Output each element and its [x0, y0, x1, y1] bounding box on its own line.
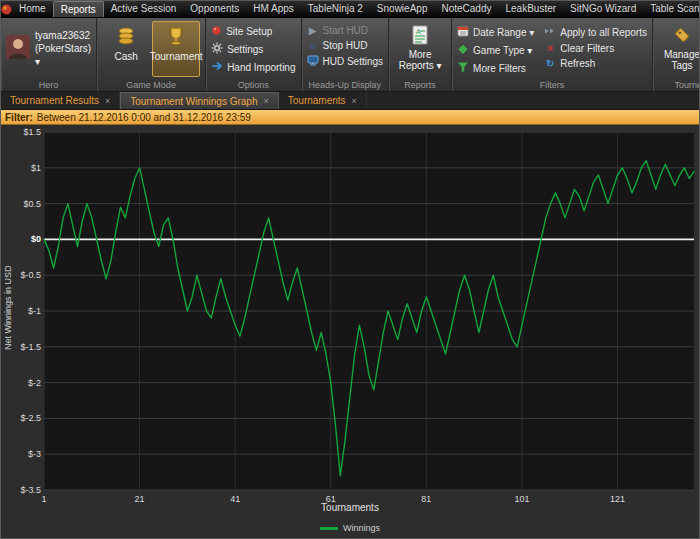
menu-tab-tableninja[interactable]: TableNinja 2: [301, 1, 370, 17]
tab-tournament-results-label: Tournament Results: [10, 95, 99, 106]
svg-text:$-2.5: $-2.5: [20, 413, 41, 423]
filter-bar-prefix: Filter:: [5, 112, 33, 123]
ribbon-group-hero: tyama23632 (PokerStars) ▾ Hero: [1, 18, 97, 91]
winnings-line-chart: 121416181101121$1.5$1$0.5$0$-0.5$-1$-1.5…: [1, 125, 700, 539]
svg-text:$1.5: $1.5: [23, 127, 41, 137]
more-filters-button[interactable]: More Filters: [457, 61, 534, 75]
close-tab-icon[interactable]: ×: [352, 96, 357, 106]
clear-filters-label: Clear Filters: [560, 43, 614, 54]
menu-tab-table-scanner[interactable]: Table Scanner: [643, 1, 700, 17]
ribbon-group-options: Site Setup Settings Hand Importing Optio…: [206, 18, 301, 91]
more-reports-label: More Reports ▾: [395, 49, 445, 71]
menu-tab-active-session[interactable]: Active Session: [104, 1, 184, 17]
tournament-mode-button[interactable]: Tournament: [152, 21, 200, 77]
tournament-mode-label: Tournament: [150, 51, 203, 62]
menu-tab-notecaddy[interactable]: NoteCaddy: [434, 1, 498, 17]
close-tab-icon[interactable]: ×: [105, 96, 110, 106]
gear-icon: [211, 42, 223, 56]
tab-tournament-winnings-graph[interactable]: Tournament Winnings Graph ×: [120, 92, 279, 109]
clear-filters-icon: ×: [544, 44, 556, 54]
site-setup-button[interactable]: Site Setup: [211, 25, 295, 38]
stop-hud-button[interactable]: ■ Stop HUD: [307, 40, 384, 51]
ribbon-group-filters: Date Range ▾ Game Type ▾ More Filters Ap…: [452, 18, 653, 91]
hand-importing-button[interactable]: Hand Importing: [211, 60, 295, 74]
menu-tab-sitngo-wizard[interactable]: SitNGo Wizard: [563, 1, 643, 17]
manage-tags-button[interactable]: Manage Tags: [658, 21, 700, 77]
refresh-icon: ↻: [544, 59, 556, 69]
menu-tab-leakbuster[interactable]: LeakBuster: [498, 1, 563, 17]
hero-player-name: tyama23632: [35, 29, 91, 42]
apply-all-reports-button[interactable]: Apply to all Reports: [544, 25, 647, 39]
menu-tab-hm-apps[interactable]: HM Apps: [246, 1, 301, 17]
ribbon: tyama23632 (PokerStars) ▾ Hero Cash Tour…: [1, 18, 699, 92]
settings-button[interactable]: Settings: [211, 42, 295, 56]
menu-tab-snowieapp[interactable]: SnowieApp: [370, 1, 435, 17]
svg-text:$-3: $-3: [28, 449, 41, 459]
start-hud-label: Start HUD: [323, 25, 369, 36]
calendar-icon: [457, 25, 469, 39]
close-tab-icon[interactable]: ×: [264, 96, 269, 106]
date-range-label: Date Range ▾: [473, 27, 534, 38]
svg-text:$0: $0: [31, 234, 41, 244]
group-caption-tagging: Tourney Tagging: [653, 80, 700, 90]
hero-selector[interactable]: tyama23632 (PokerStars) ▾: [6, 29, 91, 68]
filter-bar[interactable]: Filter: Between 21.12.2016 0:00 and 31.1…: [1, 110, 699, 125]
y-axis-title: Net Winnings in USD: [1, 125, 14, 490]
cash-coins-icon: [115, 25, 137, 49]
group-caption-game-mode: Game Mode: [97, 80, 205, 90]
stop-icon: ■: [307, 41, 319, 51]
hud-settings-button[interactable]: HUD Settings: [307, 55, 384, 68]
report-tab-strip: Tournament Results × Tournament Winnings…: [1, 92, 699, 110]
svg-text:$1: $1: [31, 163, 41, 173]
ribbon-group-hud: ▶ Start HUD ■ Stop HUD HUD Settings Head…: [302, 18, 390, 91]
group-caption-options: Options: [206, 80, 300, 90]
site-setup-label: Site Setup: [226, 26, 272, 37]
tab-tournaments[interactable]: Tournaments ×: [279, 92, 367, 109]
legend-swatch: [320, 527, 338, 530]
settings-label: Settings: [227, 44, 263, 55]
hero-site-name: (PokerStars) ▾: [35, 42, 91, 68]
hand-importing-label: Hand Importing: [227, 62, 295, 73]
svg-text:$0.5: $0.5: [23, 199, 41, 209]
apply-all-reports-label: Apply to all Reports: [560, 27, 647, 38]
ribbon-group-tagging: Manage Tags Filter for Tag Tourney Taggi…: [653, 18, 700, 91]
chart-legend: Winnings: [1, 523, 699, 533]
filter-bar-text: Between 21.12.2016 0:00 and 31.12.2016 2…: [37, 112, 251, 123]
tab-tournament-results[interactable]: Tournament Results ×: [1, 92, 120, 109]
game-type-button[interactable]: Game Type ▾: [457, 43, 534, 57]
hud-settings-icon: [307, 55, 319, 68]
menu-tab-reports[interactable]: Reports: [53, 1, 104, 17]
clear-filters-button[interactable]: × Clear Filters: [544, 43, 647, 54]
game-type-label: Game Type ▾: [473, 45, 532, 56]
menu-tab-home[interactable]: Home: [12, 1, 53, 17]
menu-tab-opponents[interactable]: Opponents: [183, 1, 246, 17]
cash-mode-label: Cash: [114, 51, 137, 62]
apply-all-icon: [544, 25, 556, 39]
svg-text:$-0.5: $-0.5: [20, 270, 41, 280]
group-caption-reports: Reports: [389, 80, 451, 90]
more-reports-button[interactable]: A More Reports ▾: [394, 21, 446, 77]
trophy-icon: [165, 25, 187, 49]
report-list-icon: A: [410, 25, 430, 47]
tab-tournaments-label: Tournaments: [288, 95, 346, 106]
svg-text:$-2: $-2: [28, 378, 41, 388]
x-axis-title: Tournaments: [1, 502, 699, 513]
app-logo-icon: [1, 1, 12, 17]
funnel-icon: [457, 61, 469, 75]
stop-hud-label: Stop HUD: [323, 40, 368, 51]
hud-settings-label: HUD Settings: [323, 56, 384, 67]
svg-text:$-3.5: $-3.5: [20, 485, 41, 495]
menubar: Home Reports Active Session Opponents HM…: [1, 1, 699, 18]
more-filters-label: More Filters: [473, 63, 526, 74]
group-caption-hero: Hero: [1, 80, 96, 90]
ribbon-group-game-mode: Cash Tournament Game Mode: [97, 18, 206, 91]
winnings-chart: 121416181101121$1.5$1$0.5$0$-0.5$-1$-1.5…: [1, 125, 699, 539]
group-caption-filters: Filters: [452, 80, 652, 90]
date-range-button[interactable]: Date Range ▾: [457, 25, 534, 39]
refresh-button[interactable]: ↻ Refresh: [544, 58, 647, 69]
group-caption-hud: Heads-Up Display: [302, 80, 389, 90]
refresh-label: Refresh: [560, 58, 595, 69]
cash-mode-button[interactable]: Cash: [102, 21, 150, 77]
svg-text:$-1.5: $-1.5: [20, 342, 41, 352]
hand-importing-icon: [211, 60, 223, 74]
